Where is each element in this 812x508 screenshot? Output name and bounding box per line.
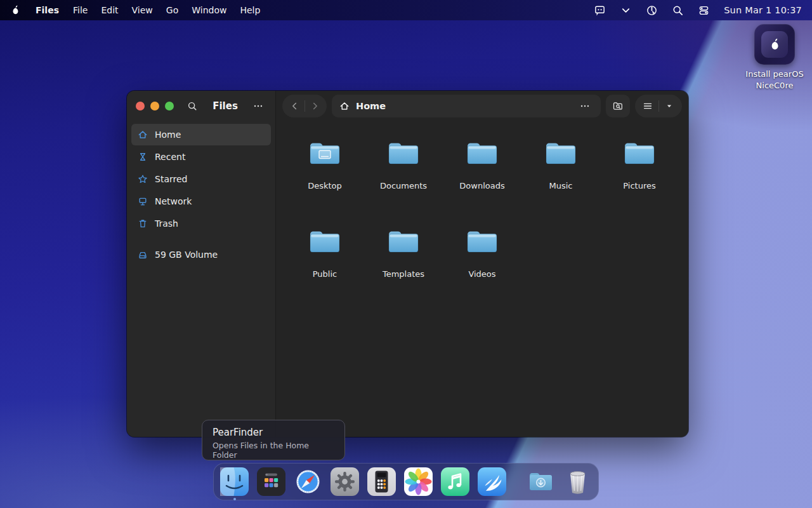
folder-label: Music [549, 181, 573, 190]
forward-button[interactable] [305, 100, 324, 112]
files-window: Files HomeRecentStarredNetworkTrash59 GB… [127, 91, 688, 437]
active-app-name[interactable]: Files [36, 5, 59, 15]
folder-icon [543, 138, 579, 166]
dock-downloads-icon[interactable] [527, 467, 555, 496]
folder-label: Documents [380, 181, 427, 190]
close-button[interactable] [136, 102, 145, 110]
recent-icon [138, 152, 148, 162]
sidebar-item-label: Recent [155, 152, 185, 162]
menu-help[interactable]: Help [240, 5, 260, 15]
network-icon [138, 196, 148, 206]
sidebar-item-recent[interactable]: Recent [131, 146, 271, 168]
maximize-button[interactable] [165, 102, 174, 110]
sidebar-item-network[interactable]: Network [131, 190, 271, 212]
install-icon-tile [754, 24, 795, 65]
menu-window[interactable]: Window [192, 5, 226, 15]
folder-music[interactable]: Music [521, 138, 600, 227]
folder-pictures[interactable]: Pictures [600, 138, 679, 227]
dock-pear-app-icon[interactable] [478, 467, 506, 496]
home-icon [138, 130, 148, 140]
chat-icon[interactable] [594, 4, 606, 17]
dock-photos-icon[interactable] [404, 467, 433, 496]
install-icon-label: Install pearOS NiceC0re [735, 69, 812, 91]
search-icon[interactable] [672, 4, 684, 17]
path-bar[interactable]: Home [332, 95, 601, 117]
folder-icon [386, 138, 421, 166]
folder-label: Pictures [623, 181, 655, 190]
folder-icon [386, 227, 421, 255]
dock-calculator-icon[interactable] [367, 467, 396, 496]
folder-icon [307, 138, 343, 166]
sidebar-item-label: 59 GB Volume [155, 250, 218, 260]
desktop: { "menu_bar": { "app_name": "Files", "me… [0, 0, 812, 508]
minimize-button[interactable] [150, 102, 159, 110]
tooltip-title: PearFinder [213, 427, 334, 438]
window-title: Files [213, 100, 238, 112]
sidebar-item-starred[interactable]: Starred [131, 168, 271, 190]
sidebar-gap [131, 235, 271, 244]
menu-bar-right: Sun Mar 1 10:37 [594, 4, 802, 17]
menu-go[interactable]: Go [166, 5, 178, 15]
app-menu-button[interactable] [250, 98, 266, 114]
folder-label: Desktop [308, 181, 342, 190]
view-options [635, 95, 682, 117]
sidebar-item-label: Network [155, 196, 192, 206]
trash-icon [138, 218, 148, 229]
install-label-line1: Install pearOS [735, 69, 812, 80]
folder-desktop[interactable]: Desktop [285, 138, 364, 227]
chevron-down-icon[interactable] [620, 4, 632, 17]
menu-bar: Files FileEditViewGoWindowHelp Sun Mar 1… [0, 0, 812, 20]
menu-bar-clock[interactable]: Sun Mar 1 10:37 [724, 5, 802, 15]
folder-label: Public [313, 269, 337, 279]
sidebar-item-trash[interactable]: Trash [131, 213, 271, 234]
folder-label: Videos [468, 269, 495, 279]
sidebar-item-volume[interactable]: 59 GB Volume [131, 244, 271, 265]
running-indicator [233, 498, 236, 500]
folder-icon [464, 227, 500, 255]
path-menu-button[interactable] [577, 98, 593, 114]
view-menu-button[interactable] [659, 102, 680, 110]
folder-templates[interactable]: Templates [364, 227, 443, 315]
menu-items: FileEditViewGoWindowHelp [73, 5, 260, 15]
list-view-button[interactable] [638, 100, 658, 112]
history-nav [282, 95, 327, 117]
menu-view[interactable]: View [132, 5, 153, 15]
toggles-icon[interactable] [698, 4, 710, 17]
path-location: Home [356, 101, 386, 111]
home-icon [339, 101, 350, 111]
folder-videos[interactable]: Videos [443, 227, 521, 315]
folder-label: Downloads [459, 181, 504, 190]
folder-public[interactable]: Public [285, 227, 364, 315]
sidebar: Files HomeRecentStarredNetworkTrash59 GB… [127, 91, 276, 437]
install-label-line2: NiceC0re [735, 80, 812, 91]
folder-downloads[interactable]: Downloads [443, 138, 521, 227]
pear-logo-icon [761, 31, 788, 58]
dock-launchpad-icon[interactable] [257, 467, 285, 496]
folder-grid: DesktopDocumentsDownloadsMusicPicturesPu… [276, 121, 688, 315]
menu-edit[interactable]: Edit [101, 5, 118, 15]
search-button[interactable] [184, 98, 200, 114]
dock-music-icon[interactable] [441, 467, 469, 496]
sidebar-item-label: Home [155, 130, 181, 140]
folder-icon [464, 138, 500, 166]
menu-file[interactable]: File [73, 5, 88, 15]
drive-icon [138, 250, 148, 260]
content-pane: Home DesktopDocumentsDownloadsMusicPictu… [276, 91, 688, 437]
folder-documents[interactable]: Documents [364, 138, 443, 227]
desktop-install-icon[interactable]: Install pearOS NiceC0re [735, 24, 812, 91]
pear-logo-icon[interactable] [10, 4, 20, 17]
dock-pearfinder-icon[interactable] [220, 467, 249, 496]
dock-trash-can-icon[interactable] [563, 467, 592, 496]
tray-icons [594, 4, 710, 17]
dock-browser-icon[interactable] [294, 467, 322, 496]
back-button[interactable] [285, 100, 304, 112]
folder-label: Templates [383, 269, 424, 279]
sidebar-item-home[interactable]: Home [131, 124, 271, 145]
folder-icon [307, 227, 343, 255]
search-in-folder-button[interactable] [606, 95, 630, 117]
dock-settings-icon[interactable] [331, 467, 359, 496]
clock-icon[interactable] [646, 4, 658, 17]
folder-search-icon [612, 100, 624, 112]
starred-icon [138, 174, 148, 184]
sidebar-item-label: Starred [155, 174, 187, 184]
